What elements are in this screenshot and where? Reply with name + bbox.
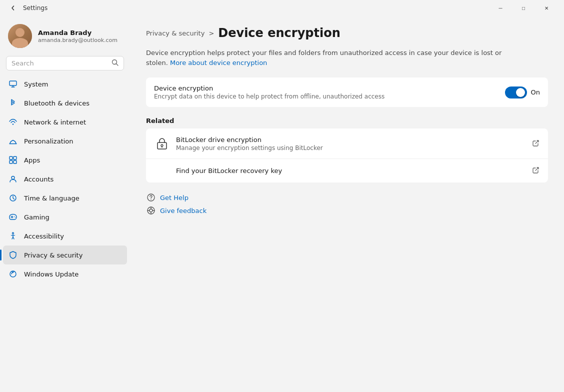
breadcrumb-current: Device encryption — [218, 26, 340, 40]
sidebar-item-personalization[interactable]: Personalization — [3, 132, 127, 150]
give-feedback-icon — [146, 206, 156, 216]
svg-point-15 — [15, 217, 16, 218]
bitlocker-title: BitLocker drive encryption — [176, 136, 526, 144]
close-button[interactable]: ✕ — [535, 0, 558, 16]
titlebar: Settings ─ □ ✕ — [0, 0, 564, 16]
device-encryption-row: Device encryption Encrypt data on this d… — [146, 78, 548, 107]
bluetooth-icon — [8, 98, 18, 108]
sidebar-item-gaming[interactable]: Gaming — [3, 208, 127, 226]
sidebar-item-label-accounts: Accounts — [24, 176, 54, 183]
window-controls: ─ □ ✕ — [489, 0, 558, 16]
give-feedback-link[interactable]: Give feedback — [146, 206, 548, 216]
more-about-encryption-link[interactable]: More about device encryption — [170, 59, 267, 66]
get-help-link[interactable]: Get Help — [146, 192, 548, 202]
nav-item-wrapper-network: Network & internet — [3, 112, 127, 132]
get-help-label: Get Help — [160, 194, 188, 202]
sidebar-item-privacy[interactable]: Privacy & security — [3, 246, 127, 264]
sidebar-item-bluetooth[interactable]: Bluetooth & devices — [3, 94, 127, 112]
personalization-icon — [8, 136, 18, 146]
minimize-button[interactable]: ─ — [489, 0, 512, 16]
sidebar-item-label-time: Time & language — [24, 194, 80, 202]
active-indicator — [0, 250, 2, 260]
toggle-thumb — [516, 88, 525, 97]
system-icon — [8, 79, 18, 89]
sidebar-item-label-privacy: Privacy & security — [24, 252, 82, 259]
bitlocker-icon — [154, 136, 170, 152]
sidebar-item-label-update: Windows Update — [24, 270, 78, 278]
search-box — [6, 56, 124, 70]
toggle-track — [505, 86, 527, 98]
privacy-icon — [8, 250, 18, 260]
gaming-icon — [8, 212, 18, 222]
nav-item-wrapper-privacy: Privacy & security — [3, 246, 127, 264]
apps-icon — [8, 155, 18, 165]
window-title: Settings — [23, 4, 489, 12]
search-input[interactable] — [12, 60, 108, 67]
give-feedback-label: Give feedback — [160, 207, 206, 214]
svg-point-16 — [12, 232, 14, 234]
svg-rect-9 — [14, 160, 16, 164]
recovery-key-row[interactable]: Find your BitLocker recovery key — [146, 159, 548, 182]
nav-item-wrapper-accounts: Accounts — [3, 170, 127, 188]
user-profile[interactable]: Amanda Brady amanda.brady@outlook.com — [0, 16, 130, 54]
sidebar-item-label-apps: Apps — [24, 156, 40, 164]
bitlocker-row[interactable]: BitLocker drive encryption Manage your e… — [146, 128, 548, 159]
related-section-title: Related — [146, 117, 548, 124]
nav-item-wrapper-bluetooth: Bluetooth & devices — [3, 94, 127, 112]
update-icon — [8, 269, 18, 279]
svg-point-22 — [150, 199, 152, 200]
device-encryption-card: Device encryption Encrypt data on this d… — [146, 78, 548, 107]
sidebar-item-update[interactable]: Windows Update — [3, 264, 127, 284]
main-content: Privacy & security > Device encryption D… — [130, 16, 564, 392]
back-button[interactable] — [6, 1, 20, 15]
user-name: Amanda Brady — [38, 29, 118, 36]
get-help-icon — [146, 192, 156, 202]
svg-point-24 — [150, 209, 152, 212]
nav-item-wrapper-personalization: Personalization — [3, 132, 127, 150]
svg-rect-7 — [14, 156, 16, 160]
sidebar-item-accessibility[interactable]: Accessibility — [3, 226, 127, 246]
svg-rect-18 — [158, 142, 166, 149]
nav-item-wrapper-time: Time & language — [3, 188, 127, 208]
sidebar-item-label-system: System — [24, 80, 48, 88]
bitlocker-text: BitLocker drive encryption Manage your e… — [176, 136, 526, 152]
recovery-key-title: Find your BitLocker recovery key — [176, 167, 526, 174]
nav-item-wrapper-accessibility: Accessibility — [3, 226, 127, 246]
svg-rect-2 — [10, 81, 16, 86]
maximize-button[interactable]: □ — [512, 0, 535, 16]
nav-item-wrapper-update: Windows Update — [3, 264, 127, 284]
user-email: amanda.brady@outlook.com — [38, 37, 118, 44]
recovery-key-external-link-icon — [532, 166, 540, 176]
device-encryption-toggle[interactable] — [505, 86, 527, 98]
svg-rect-8 — [10, 160, 12, 164]
svg-point-14 — [14, 216, 14, 216]
device-encryption-control: On — [505, 86, 540, 98]
nav-item-wrapper-system: System — [3, 74, 127, 94]
sidebar-item-label-personalization: Personalization — [24, 138, 74, 145]
avatar — [8, 24, 32, 48]
sidebar-item-label-network: Network & internet — [24, 118, 86, 126]
sidebar-item-accounts[interactable]: Accounts — [3, 170, 127, 188]
user-info: Amanda Brady amanda.brady@outlook.com — [38, 29, 118, 44]
device-encryption-text: Device encryption Encrypt data on this d… — [154, 84, 499, 100]
sidebar-item-time[interactable]: Time & language — [3, 188, 127, 208]
accounts-icon — [8, 174, 18, 184]
bitlocker-external-link-icon — [532, 139, 540, 148]
search-icon — [112, 59, 118, 68]
sidebar-item-network[interactable]: Network & internet — [3, 112, 127, 132]
nav-item-wrapper-apps: Apps — [3, 150, 127, 170]
accessibility-icon — [8, 231, 18, 241]
page-description: Device encryption helps protect your fil… — [146, 48, 506, 68]
sidebar-item-system[interactable]: System — [3, 74, 127, 94]
device-encryption-title: Device encryption — [154, 84, 499, 92]
sidebar-item-apps[interactable]: Apps — [3, 150, 127, 170]
sidebar-item-label-bluetooth: Bluetooth & devices — [24, 100, 90, 107]
svg-point-5 — [12, 124, 14, 124]
breadcrumb-parent[interactable]: Privacy & security — [146, 30, 204, 37]
svg-point-10 — [12, 176, 14, 180]
recovery-key-text: Find your BitLocker recovery key — [154, 167, 526, 174]
svg-rect-6 — [10, 156, 12, 160]
sidebar-item-label-gaming: Gaming — [24, 214, 50, 221]
time-icon — [8, 193, 18, 203]
sidebar-item-label-accessibility: Accessibility — [24, 232, 64, 240]
